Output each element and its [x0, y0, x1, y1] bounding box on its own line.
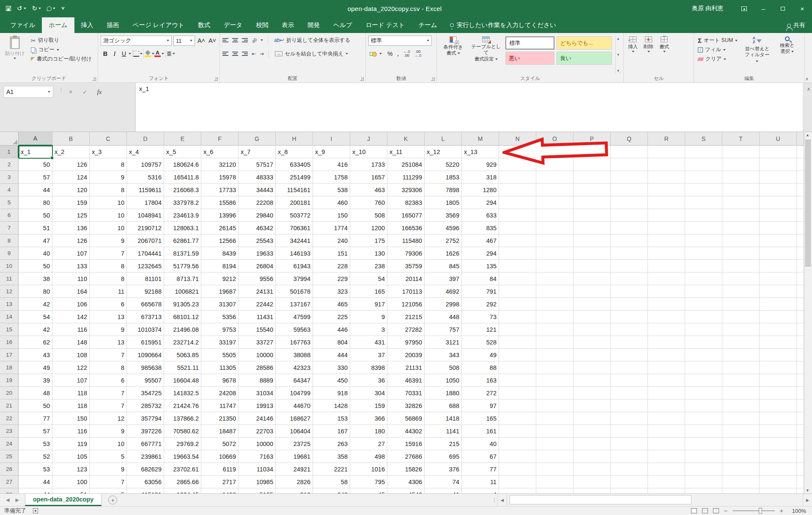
- cell-Q27[interactable]: [611, 476, 648, 488]
- cell-E15[interactable]: 21496.08: [164, 323, 201, 336]
- vertical-scrollbar[interactable]: ▲ ▼: [804, 132, 812, 493]
- row-header-25[interactable]: 25: [0, 450, 19, 463]
- cell-E14[interactable]: 68101.12: [164, 311, 201, 323]
- column-header-B[interactable]: B: [52, 132, 90, 146]
- cell-L14[interactable]: 448: [425, 311, 462, 323]
- cell-L8[interactable]: 2752: [425, 234, 462, 247]
- cell-M23[interactable]: 161: [462, 425, 499, 438]
- cell-R27[interactable]: [648, 476, 685, 488]
- cell-U13[interactable]: [760, 298, 797, 311]
- cell-T11[interactable]: [722, 273, 760, 285]
- increase-decimal-button[interactable]: ←.0.00: [403, 50, 410, 58]
- cell-D25[interactable]: 239861: [127, 450, 164, 463]
- cell-A9[interactable]: 40: [19, 247, 52, 260]
- cell-B22[interactable]: 150: [52, 412, 90, 425]
- cell-U6[interactable]: [760, 209, 797, 222]
- cell-L6[interactable]: 3569: [425, 209, 462, 222]
- cell-A17[interactable]: 43: [19, 349, 52, 361]
- cell-F22[interactable]: 21350: [201, 412, 239, 425]
- cell-I18[interactable]: 330: [313, 361, 350, 374]
- insert-function-button[interactable]: fx: [93, 86, 106, 97]
- font-name-combo[interactable]: 游ゴシック: [101, 36, 172, 46]
- cell-H10[interactable]: 61943: [276, 260, 313, 273]
- cell-E22[interactable]: 137866.2: [164, 412, 201, 425]
- row-header-24[interactable]: 24: [0, 438, 19, 450]
- gallery-scroll[interactable]: ▲▼▼̱: [615, 36, 621, 74]
- cell-P10[interactable]: [573, 260, 611, 273]
- format-cells-button[interactable]: ↔ 書式: [658, 36, 671, 74]
- cell-L2[interactable]: 5220: [425, 158, 462, 171]
- cell-N8[interactable]: [499, 234, 536, 247]
- cell-R21[interactable]: [648, 399, 685, 412]
- insert-cells-button[interactable]: ← 挿入: [626, 36, 639, 74]
- cell-K21[interactable]: 32826: [387, 399, 425, 412]
- ribbon-tab-file[interactable]: ファイル: [3, 17, 42, 33]
- cell-I7[interactable]: 1774: [313, 222, 350, 234]
- cell-A12[interactable]: 80: [19, 285, 52, 298]
- cell-I13[interactable]: 465: [313, 298, 350, 311]
- cell-H22[interactable]: 168627: [276, 412, 313, 425]
- cell-D28[interactable]: 115131: [127, 488, 164, 493]
- cell-D3[interactable]: 5316: [127, 171, 164, 184]
- cell-B4[interactable]: 120: [52, 184, 90, 196]
- cell-S25[interactable]: [685, 450, 722, 463]
- cell-P16[interactable]: [573, 336, 611, 349]
- cell-S8[interactable]: [685, 234, 722, 247]
- cell-F26[interactable]: 6119: [201, 463, 239, 476]
- cell-T8[interactable]: [722, 234, 760, 247]
- cell-G21[interactable]: 19913: [239, 399, 276, 412]
- ribbon-tab[interactable]: データ: [217, 17, 249, 33]
- align-middle-icon[interactable]: [232, 38, 238, 42]
- cell-U12[interactable]: [760, 285, 797, 298]
- cell-H6[interactable]: 503772: [276, 209, 313, 222]
- cell-S26[interactable]: [685, 463, 722, 476]
- row-header-5[interactable]: 5: [0, 196, 19, 209]
- row-header-19[interactable]: 19: [0, 374, 19, 387]
- cell-O10[interactable]: [536, 260, 573, 273]
- cell-K12[interactable]: 170113: [387, 285, 425, 298]
- cell-G4[interactable]: 34443: [239, 184, 276, 196]
- cell-M16[interactable]: 528: [462, 336, 499, 349]
- cell-M22[interactable]: 165: [462, 412, 499, 425]
- cell-A15[interactable]: 42: [19, 323, 52, 336]
- cell-G11[interactable]: 9556: [239, 273, 276, 285]
- cell-M3[interactable]: 318: [462, 171, 499, 184]
- cell-N17[interactable]: [499, 349, 536, 361]
- cell-C22[interactable]: 12: [90, 412, 127, 425]
- zoom-slider-thumb[interactable]: [759, 508, 762, 514]
- cell-S10[interactable]: [685, 260, 722, 273]
- cell-A18[interactable]: 49: [19, 361, 52, 374]
- cell-T19[interactable]: [722, 374, 760, 387]
- cell-P26[interactable]: [573, 463, 611, 476]
- cell-K8[interactable]: 115480: [387, 234, 425, 247]
- row-header-27[interactable]: 27: [0, 476, 19, 488]
- cell-G13[interactable]: 22442: [239, 298, 276, 311]
- cell-H28[interactable]: 910: [276, 488, 313, 493]
- cell-T1[interactable]: [722, 146, 760, 158]
- cell-T2[interactable]: [722, 158, 760, 171]
- cell-D22[interactable]: 357794: [127, 412, 164, 425]
- cell-N24[interactable]: [499, 438, 536, 450]
- cell-P20[interactable]: [573, 387, 611, 399]
- cell-I9[interactable]: 151: [313, 247, 350, 260]
- cell-E17[interactable]: 5063.85: [164, 349, 201, 361]
- cell-C15[interactable]: 9: [90, 323, 127, 336]
- cell-D20[interactable]: 354725: [127, 387, 164, 399]
- cell-S27[interactable]: [685, 476, 722, 488]
- cell-A13[interactable]: 42: [19, 298, 52, 311]
- cell-N9[interactable]: [499, 247, 536, 260]
- cell-F27[interactable]: 2717: [201, 476, 239, 488]
- cell-U26[interactable]: [760, 463, 797, 476]
- cell-K2[interactable]: 251084: [387, 158, 425, 171]
- cell-G10[interactable]: 26804: [239, 260, 276, 273]
- cell-E19[interactable]: 16604.48: [164, 374, 201, 387]
- column-header-T[interactable]: T: [722, 132, 760, 146]
- cell-B16[interactable]: 148: [52, 336, 90, 349]
- cell-O24[interactable]: [536, 438, 573, 450]
- hscroll-left-icon[interactable]: ◀: [497, 494, 507, 506]
- cell-T23[interactable]: [722, 425, 760, 438]
- cell-K15[interactable]: 27282: [387, 323, 425, 336]
- cell-U20[interactable]: [760, 387, 797, 399]
- cell-F2[interactable]: 32120: [201, 158, 239, 171]
- cell-E25[interactable]: 19663.54: [164, 450, 201, 463]
